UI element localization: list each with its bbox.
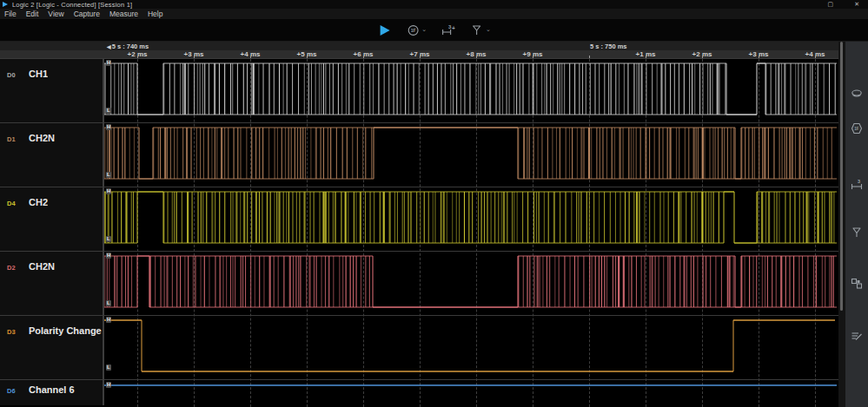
timeline-tickmark	[476, 56, 477, 58]
main-area: ◀5 s : 740 ms5 s : 750 ms +2 ms+3 ms+4 m…	[0, 42, 868, 407]
analyzers-icon[interactable]: 1F	[850, 121, 864, 135]
toolbar: 1F⌄3+⌄	[0, 19, 868, 42]
timeline-anchor: ◀5 s : 740 ms	[107, 43, 149, 50]
channel-name: CH2	[29, 197, 48, 207]
menu-item-measure[interactable]: Measure	[109, 10, 138, 18]
channel-header-d2[interactable]: D2CH2N	[0, 252, 104, 315]
channel-name: Polarity Change O...	[29, 325, 102, 336]
menu-item-view[interactable]: View	[48, 10, 63, 18]
waveform-d1[interactable]: HL	[104, 123, 837, 187]
waveform-d4[interactable]: HL	[104, 187, 837, 252]
maximize-button[interactable]: ▢	[828, 0, 834, 9]
timeline-tickmark	[759, 56, 759, 58]
vertical-scrollbar[interactable]	[838, 42, 845, 407]
menu-bar: FileEditViewCaptureMeasureHelp	[0, 9, 868, 19]
app-logo-icon	[3, 2, 8, 7]
title-bar: Logic 2 [Logic - Connected] [Session 1] …	[0, 0, 868, 9]
level-marker-h: H	[106, 382, 111, 388]
svg-text:3: 3	[858, 179, 860, 184]
device-settings-button[interactable]: 1F⌄	[406, 23, 427, 37]
timeline-tickmark	[194, 56, 195, 58]
waveform-d6[interactable]: H	[104, 380, 837, 405]
channel-id-badge: D0	[7, 71, 16, 79]
svg-text:1F: 1F	[854, 127, 859, 131]
channel-row-d0: D0CH1HL	[0, 59, 838, 123]
chevron-down-icon: ⌄	[486, 26, 491, 33]
channel-row-d2: D2CH2NHL	[0, 252, 838, 316]
extensions-icon[interactable]	[850, 277, 864, 291]
channel-header-d3[interactable]: D3Polarity Change O...	[0, 316, 104, 379]
level-marker-h: H	[106, 188, 111, 194]
timeline-tickmark	[815, 56, 816, 58]
channel-header-d0[interactable]: D0CH1	[0, 59, 104, 122]
level-marker-l: L	[106, 364, 111, 371]
channel-name: Channel 6	[29, 384, 75, 395]
channel-id-badge: D6	[7, 387, 16, 395]
notes-icon[interactable]	[850, 329, 864, 343]
toolbar-group: 1F⌄3+⌄	[377, 19, 491, 42]
level-marker-l: L	[106, 236, 111, 242]
channel-id-badge: D3	[7, 328, 16, 336]
vertical-scrollbar-thumb[interactable]	[840, 42, 843, 311]
waveform-d0[interactable]: HL	[104, 59, 837, 123]
channel-row-d3: D3Polarity Change O...HL	[0, 316, 838, 380]
right-sidebar: 1F3	[845, 42, 868, 407]
menu-item-help[interactable]: Help	[148, 10, 162, 18]
channel-stack: D0CH1HLD1CH2NHLD4CH2HLD2CH2NHLD3Polarity…	[0, 59, 838, 407]
timeline-ruler[interactable]: ◀5 s : 740 ms5 s : 750 ms +2 ms+3 ms+4 m…	[0, 42, 838, 59]
menu-item-capture[interactable]: Capture	[74, 10, 100, 18]
level-marker-h: H	[106, 124, 111, 130]
timeline-tickmark	[702, 56, 703, 58]
window-controls: ▢✕	[828, 0, 868, 9]
close-button[interactable]: ✕	[854, 0, 859, 9]
level-marker-l: L	[106, 108, 111, 114]
timeline-tickmark	[646, 56, 646, 58]
channel-id-badge: D1	[7, 135, 16, 143]
timeline-anchor-row: ◀5 s : 740 ms5 s : 750 ms	[0, 42, 838, 50]
channel-row-d4: D4CH2HL	[0, 187, 838, 252]
menu-item-file[interactable]: File	[4, 10, 17, 18]
channel-id-badge: D4	[7, 200, 16, 207]
level-marker-l: L	[106, 300, 111, 306]
channel-id-badge: D2	[7, 264, 16, 272]
channel-row-d6: D6Channel 6H	[0, 380, 838, 405]
timeline-anchor: 5 s : 750 ms	[590, 43, 627, 50]
channel-row-d1: D1CH2NHL	[0, 123, 838, 187]
channel-header-d4[interactable]: D4CH2	[0, 187, 104, 251]
channel-name: CH2N	[29, 133, 55, 143]
capture-eye-icon[interactable]	[850, 87, 864, 101]
channel-header-d6[interactable]: D6Channel 6	[0, 380, 104, 405]
channel-header-d1[interactable]: D1CH2N	[0, 123, 104, 187]
window-title: Logic 2 [Logic - Connected] [Session 1]	[12, 1, 132, 9]
timeline-tickmark	[363, 56, 364, 58]
timeline-tickmark	[250, 56, 251, 58]
timeline-tickmark	[420, 56, 421, 58]
capture-view: ◀5 s : 740 ms5 s : 750 ms +2 ms+3 ms+4 m…	[0, 42, 838, 407]
channel-name: CH2N	[29, 261, 55, 272]
chevron-down-icon: ⌄	[421, 26, 427, 33]
timeline-tickmark	[137, 56, 138, 58]
anchor-arrow-icon: ◀	[107, 44, 111, 49]
svg-text:+: +	[452, 25, 455, 31]
level-marker-h: H	[106, 60, 111, 66]
timeline-tick-row: +2 ms+3 ms+4 ms+5 ms+6 ms+7 ms+8 ms+9 ms…	[0, 50, 838, 59]
logic2-window: Logic 2 [Logic - Connected] [Session 1] …	[0, 0, 868, 407]
timeline-tickmark	[589, 56, 590, 58]
add-measurement-button[interactable]: 3+	[441, 23, 455, 37]
timeline-tickmark	[533, 56, 533, 58]
level-marker-h: H	[106, 317, 111, 323]
menu-item-edit[interactable]: Edit	[26, 10, 39, 18]
waveform-d3[interactable]: HL	[104, 316, 837, 380]
channel-name: CH1	[29, 69, 48, 79]
measurements-icon[interactable]: 3	[850, 178, 864, 192]
level-marker-l: L	[106, 172, 111, 178]
level-marker-h: H	[106, 253, 111, 259]
annotations-icon[interactable]	[850, 226, 864, 240]
play-button[interactable]	[377, 23, 391, 37]
annotations-button[interactable]: ⌄	[470, 23, 491, 37]
timeline-tickmark	[307, 56, 308, 58]
waveform-d2[interactable]: HL	[104, 252, 837, 316]
svg-text:1F: 1F	[410, 28, 415, 33]
